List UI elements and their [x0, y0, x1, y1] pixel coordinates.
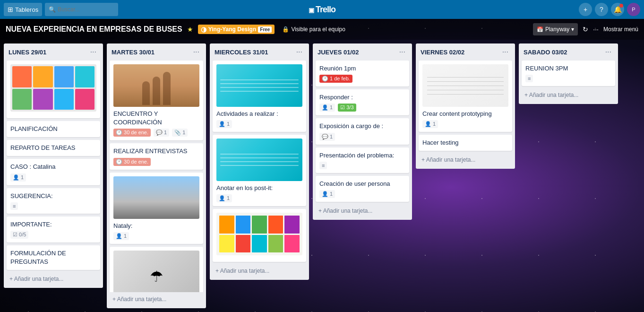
card-title: Reunión 1pm	[319, 64, 405, 73]
card-encuentro[interactable]: ENCUENTRO Y COORDINACIÓN🕐 30 de ene.💬 1📎…	[110, 61, 203, 140]
notification-button[interactable]: 🔔	[611, 3, 624, 16]
planyway-icon: 📅	[537, 26, 543, 33]
boards-button[interactable]: ⊞ Tableros	[4, 3, 42, 16]
show-menu-button[interactable]: Mostrar menú	[603, 26, 638, 33]
card-responder[interactable]: Responder :👤 1☑ 3/3	[316, 89, 409, 115]
card-badge: 🕐 30 de ene.	[113, 129, 151, 137]
card-image	[113, 176, 199, 219]
planyway-label: Planyway	[545, 26, 569, 33]
list-title: MIERCOLES 31/01	[215, 49, 268, 56]
card-hacer-testing[interactable]: Hacer testing	[419, 135, 512, 151]
list-menu-button[interactable]: ···	[500, 47, 510, 57]
card-title: CASO : Catalina	[10, 163, 96, 171]
list-header: JUEVES 01/02···	[313, 43, 412, 59]
card-exposicion[interactable]: Exposición a cargo de :💬 1	[316, 118, 409, 144]
list-menu-button[interactable]: ···	[397, 47, 407, 57]
visibility-button[interactable]: 🔒 Visible para el equipo	[279, 25, 348, 34]
workspace-badge[interactable]: ◑ Ying-Yang Design Free	[198, 25, 275, 34]
card-meta: ≡	[525, 75, 611, 82]
add-card-button[interactable]: + Añadir una tarjeta...	[317, 206, 408, 216]
card-caso-catalina[interactable]: CASO : Catalina👤 1	[7, 159, 100, 185]
star-icon[interactable]: ★	[187, 26, 193, 33]
card-badge: ≡	[525, 75, 533, 82]
add-card-button[interactable]: + Añadir una tarjeta...	[214, 266, 305, 276]
workspace-name: Ying-Yang Design	[208, 26, 257, 33]
card-badge: 🕐 30 de ene.	[113, 158, 151, 166]
card-notebook-photo[interactable]: Crear content prototyping👤 1	[419, 61, 512, 132]
board-area: LUNES 29/01···PLANIFICACIÓNREPARTO DE TA…	[0, 40, 644, 312]
add-card-button[interactable]: + Añadir una tarjeta...	[420, 155, 511, 165]
card-badge: 👤 1	[216, 120, 232, 128]
list-cards: ENCUENTRO Y COORDINACIÓN🕐 30 de ene.💬 1📎…	[107, 59, 206, 292]
topbar-left: ⊞ Tableros 🔍	[4, 3, 576, 16]
card-presentacion[interactable]: Presentación del problema:≡	[316, 147, 409, 173]
card-badge: 👤 1	[10, 173, 26, 182]
list-menu-button[interactable]: ···	[603, 47, 613, 57]
card-title: FORMULACIÓN DE PREGUNTAS	[10, 249, 96, 266]
list-martes: MARTES 30/01···ENCUENTRO Y COORDINACIÓN🕐…	[107, 43, 206, 308]
trello-logo: ▣ Trello	[309, 5, 335, 15]
list-footer: + Añadir una tarjeta...	[107, 292, 206, 308]
list-viernes: VIERNES 02/02···Crear content prototypin…	[416, 43, 515, 169]
card-sugerencia[interactable]: SUGERENCIA:≡	[7, 188, 100, 214]
more-options-icon[interactable]: ···	[593, 26, 599, 33]
refresh-icon[interactable]: ↻	[583, 26, 588, 33]
card-reunion-3pm[interactable]: REUNION 3PM≡	[522, 61, 615, 86]
list-menu-button[interactable]: ···	[191, 47, 201, 57]
card-que-anotar[interactable]: Anotar en los post-it:👤 1	[213, 135, 306, 206]
card-title: REUNION 3PM	[525, 64, 611, 73]
card-reparto[interactable]: REPARTO DE TAREAS	[7, 140, 100, 156]
card-meta: 👤 1	[422, 120, 508, 128]
add-button[interactable]: +	[579, 3, 592, 16]
add-card-button[interactable]: + Añadir una tarjeta...	[523, 90, 614, 100]
card-formulacion[interactable]: FORMULACIÓN DE PREGUNTAS	[7, 245, 100, 270]
card-badge: 📎 1	[172, 129, 188, 137]
card-planificacion-label[interactable]: PLANIFICACIÓN	[7, 121, 100, 137]
card-title: Anotar en los post-it:	[216, 184, 302, 192]
card-importante[interactable]: IMPORTANTE:☑ 0/5	[7, 217, 100, 243]
card-image	[113, 64, 199, 107]
card-meta: 👤 1	[319, 190, 405, 198]
list-title: LUNES 29/01	[9, 49, 46, 56]
card-badge: 🕐 1 de feb.	[319, 75, 352, 83]
list-footer: + Añadir una tarjeta...	[313, 204, 412, 220]
board-header: NUEVA EXPERIENCIA EN EMPRESAS DE BUSES ★…	[0, 19, 644, 40]
card-creacion-user[interactable]: Creación de user persona👤 1	[316, 176, 409, 202]
card-meta: ≡	[319, 162, 405, 169]
card-meta: 🕐 30 de ene.	[113, 158, 199, 166]
card-reunion-1pm[interactable]: Reunión 1pm🕐 1 de feb.	[316, 61, 409, 87]
card-planificacion[interactable]	[7, 61, 100, 118]
card-title: Hacer testing	[422, 139, 508, 147]
topbar-right: + ? 🔔 P	[579, 3, 640, 16]
board-title: NUEVA EXPERIENCIA EN EMPRESAS DE BUSES	[6, 25, 182, 34]
list-menu-button[interactable]: ···	[294, 47, 304, 57]
card-image	[422, 64, 508, 107]
list-menu-button[interactable]: ···	[88, 47, 98, 57]
card-badge: 👤 1	[216, 194, 232, 202]
card-title: SUGERENCIA:	[10, 192, 96, 200]
card-title: IMPORTANTE:	[10, 220, 96, 229]
card-title: Nataly:	[113, 222, 199, 230]
card-meta: 👤 1	[10, 173, 96, 182]
workspace-icon: ◑	[201, 26, 206, 33]
list-header: MARTES 30/01···	[107, 43, 206, 59]
list-cards: PLANIFICACIÓNREPARTO DE TAREASCASO : Cat…	[4, 59, 103, 272]
notification-dot	[619, 4, 623, 8]
card-meta: 👤 1	[216, 120, 302, 128]
search-box[interactable]: 🔍	[45, 3, 118, 16]
avatar[interactable]: P	[627, 3, 640, 16]
add-card-button[interactable]: + Añadir una tarjeta...	[111, 294, 202, 304]
list-footer: + Añadir una tarjeta...	[4, 272, 103, 288]
add-card-button[interactable]: + Añadir una tarjeta...	[8, 274, 99, 284]
card-realizar-entrevistas[interactable]: REALIZAR ENTREVISTAS🕐 30 de ene.	[110, 143, 203, 169]
info-button[interactable]: ?	[595, 3, 608, 16]
list-miercoles: MIERCOLES 31/01···Actividades a realizar…	[210, 43, 309, 280]
card-actividades[interactable]: Actividades a realizar :👤 1	[213, 61, 306, 132]
search-input[interactable]	[58, 6, 114, 13]
list-header: LUNES 29/01···	[4, 43, 103, 59]
planyway-button[interactable]: 📅 Planyway ▾	[533, 23, 578, 35]
card-umbrella[interactable]: ☂	[110, 247, 203, 292]
card-nataly[interactable]: Nataly:👤 1	[110, 173, 203, 244]
card-title: Creación de user persona	[319, 180, 405, 188]
card-postit-wall[interactable]	[213, 209, 306, 262]
